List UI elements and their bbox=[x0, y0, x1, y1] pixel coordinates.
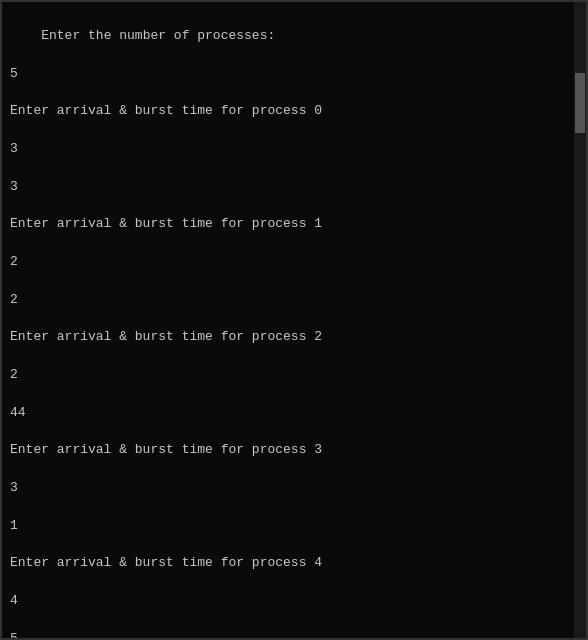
line-prompt-processes: Enter the number of processes: bbox=[41, 28, 275, 43]
line-prompt-3: Enter arrival & burst time for process 3 bbox=[10, 442, 322, 457]
line-arrival-4: 4 bbox=[10, 593, 18, 608]
line-burst-1: 2 bbox=[10, 292, 18, 307]
line-arrival-0: 3 bbox=[10, 141, 18, 156]
scrollbar-thumb[interactable] bbox=[575, 73, 585, 133]
line-prompt-2: Enter arrival & burst time for process 2 bbox=[10, 329, 322, 344]
line-burst-2: 44 bbox=[10, 405, 26, 420]
line-arrival-1: 2 bbox=[10, 254, 18, 269]
line-burst-3: 1 bbox=[10, 518, 18, 533]
terminal-output: Enter the number of processes: 5 Enter a… bbox=[10, 8, 578, 640]
line-prompt-0: Enter arrival & burst time for process 0 bbox=[10, 103, 322, 118]
line-burst-4: 5 bbox=[10, 631, 18, 640]
terminal-window: Enter the number of processes: 5 Enter a… bbox=[0, 0, 588, 640]
line-prompt-4: Enter arrival & burst time for process 4 bbox=[10, 555, 322, 570]
scrollbar[interactable] bbox=[574, 2, 586, 638]
line-prompt-1: Enter arrival & burst time for process 1 bbox=[10, 216, 322, 231]
line-num-processes: 5 bbox=[10, 66, 18, 81]
line-arrival-3: 3 bbox=[10, 480, 18, 495]
line-arrival-2: 2 bbox=[10, 367, 18, 382]
line-burst-0: 3 bbox=[10, 179, 18, 194]
